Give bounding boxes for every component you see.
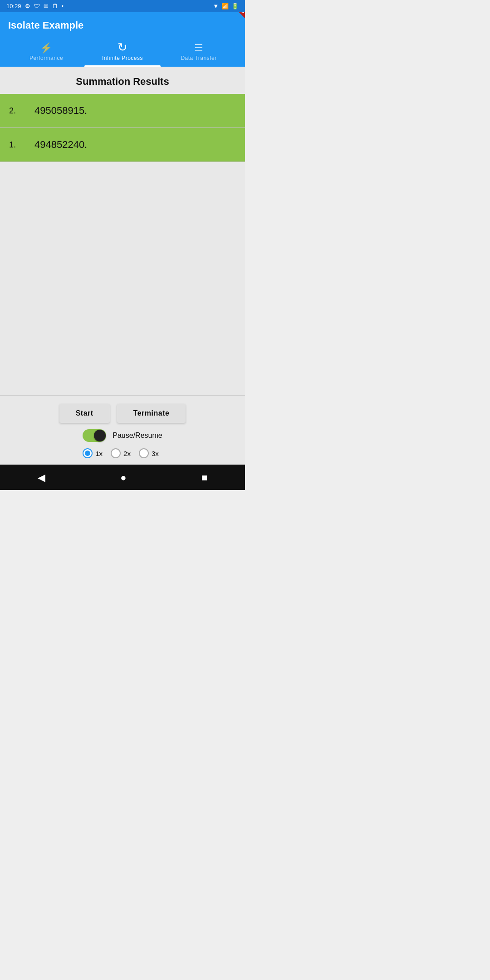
list-icon xyxy=(194,43,204,53)
radio-circle-3x xyxy=(139,448,149,458)
bottom-controls: Start Terminate Pause/Resume 1x 2x 3x xyxy=(0,395,245,465)
radio-1x[interactable]: 1x xyxy=(83,448,106,458)
app-title: Isolate Example xyxy=(8,20,237,38)
tab-bar: Performance Infinite Process Data Transf… xyxy=(8,38,237,67)
result-item-1: 1. 494852240. xyxy=(0,128,245,162)
result-value-2: 495058915. xyxy=(34,105,87,117)
settings-icon: ⚙ xyxy=(25,3,30,10)
radio-circle-2x xyxy=(111,448,121,458)
radio-circle-1x xyxy=(83,448,93,458)
result-index-2: 2. xyxy=(9,106,25,116)
radio-label-2x: 2x xyxy=(123,450,131,457)
nav-bar: ◀ ● ■ xyxy=(0,465,245,490)
radio-2x[interactable]: 2x xyxy=(111,448,134,458)
clipboard-icon: 🗒 xyxy=(52,3,58,10)
button-row: Start Terminate xyxy=(59,404,186,423)
debug-ribbon: DEBUG xyxy=(218,12,245,39)
tab-data-transfer-label: Data Transfer xyxy=(181,55,216,61)
wifi-icon: ▼ xyxy=(213,3,219,10)
tab-performance[interactable]: Performance xyxy=(8,39,84,67)
radio-3x[interactable]: 3x xyxy=(139,448,162,458)
toggle-thumb xyxy=(94,430,106,441)
start-button[interactable]: Start xyxy=(59,404,110,423)
dot-icon: • xyxy=(62,3,64,10)
pause-label: Pause/Resume xyxy=(113,431,162,440)
nav-back-button[interactable]: ◀ xyxy=(29,469,54,486)
nav-home-button[interactable]: ● xyxy=(112,469,134,486)
section-title: Summation Results xyxy=(0,67,245,94)
status-bar: 10:29 ⚙ 🛡 ✉ 🗒 • ▼ 📶 🔋 xyxy=(0,0,245,12)
main-content: Summation Results 2. 495058915. 1. 49485… xyxy=(0,67,245,395)
radio-label-1x: 1x xyxy=(95,450,103,457)
result-index-1: 1. xyxy=(9,140,25,150)
status-time: 10:29 xyxy=(6,3,21,10)
debug-label: DEBUG xyxy=(223,12,245,22)
nav-recents-button[interactable]: ■ xyxy=(193,469,216,486)
terminate-button[interactable]: Terminate xyxy=(117,404,186,423)
tab-infinite-process-label: Infinite Process xyxy=(102,55,143,61)
radio-row: 1x 2x 3x xyxy=(83,448,162,460)
status-bar-left: 10:29 ⚙ 🛡 ✉ 🗒 • xyxy=(6,3,64,10)
status-bar-right: ▼ 📶 🔋 xyxy=(213,3,239,10)
result-value-1: 494852240. xyxy=(34,139,87,151)
shield-icon: 🛡 xyxy=(34,3,40,10)
tab-data-transfer[interactable]: Data Transfer xyxy=(161,39,237,67)
app-bar: DEBUG Isolate Example Performance Infini… xyxy=(0,12,245,67)
refresh-icon xyxy=(118,41,128,53)
result-list: 2. 495058915. 1. 494852240. xyxy=(0,94,245,162)
battery-icon: 🔋 xyxy=(231,3,239,10)
signal-icon: 📶 xyxy=(221,3,229,10)
bolt-icon xyxy=(40,43,53,53)
pause-toggle[interactable] xyxy=(83,429,106,442)
mail-icon: ✉ xyxy=(44,3,49,10)
tab-infinite-process[interactable]: Infinite Process xyxy=(84,38,161,67)
pause-row: Pause/Resume xyxy=(83,429,162,442)
tab-performance-label: Performance xyxy=(29,55,63,61)
radio-label-3x: 3x xyxy=(152,450,159,457)
result-item-2: 2. 495058915. xyxy=(0,94,245,128)
